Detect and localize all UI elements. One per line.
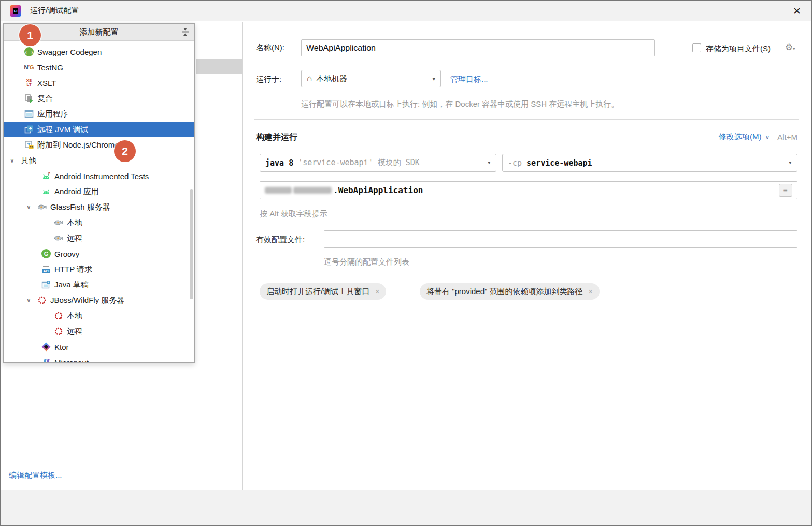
config-type-label: 本地	[67, 218, 82, 228]
config-type-label: Micronaut	[54, 358, 89, 363]
redacted-package-segment	[293, 187, 332, 194]
redacted-package-segment	[265, 187, 292, 194]
run-target-description: 运行配置可以在本地或目标上执行: 例如，在 Docker 容器中或使用 SSH …	[301, 99, 705, 109]
xslt-icon: XSLT	[24, 78, 34, 87]
run-on-label: 运行于:	[256, 75, 281, 84]
chevron-down-icon[interactable]: ∨	[26, 297, 33, 304]
svg-text:JS: JS	[30, 145, 33, 149]
jboss-wildfly-icon	[37, 296, 47, 305]
active-profiles-label: 有效配置文件:	[256, 235, 305, 245]
config-type-android-app[interactable]: Android 应用	[4, 184, 194, 199]
http-request-icon: API	[41, 265, 51, 274]
modify-options-control: 修改选项(M) ∨ Alt+M	[719, 132, 797, 142]
config-group-glassfish-server[interactable]: ∨ GlassFish 服务器	[4, 199, 194, 215]
compound-icon	[24, 94, 34, 103]
name-label: 名称(N):	[256, 43, 284, 53]
config-type-http-request[interactable]: API HTTP 请求	[4, 261, 194, 277]
remote-jvm-debug-icon	[24, 125, 34, 134]
chevron-down-icon: ▾	[487, 159, 491, 166]
config-type-label: HTTP 请求	[54, 265, 92, 274]
attach-nodejs-chrome-icon: JS	[24, 140, 34, 150]
browse-main-class-icon[interactable]: ≡	[779, 184, 792, 197]
config-type-label: 远程	[67, 233, 82, 243]
chevron-down-icon: ∨	[765, 134, 770, 141]
config-type-xslt[interactable]: XSLT XSLT	[4, 75, 194, 91]
alt-field-hint: 按 Alt 获取字段提示	[260, 209, 327, 219]
config-type-glassfish-remote[interactable]: 远程	[4, 230, 194, 246]
tag-label: 将带有 "provided" 范围的依赖项添加到类路径	[426, 287, 583, 297]
java-scratch-icon	[41, 280, 51, 289]
config-type-compound[interactable]: 复合	[4, 91, 194, 106]
sdk-description: 'service-webapi' 模块的 SDK	[298, 158, 420, 168]
remove-tag-icon[interactable]: ×	[589, 287, 593, 296]
config-type-remote-jvm-debug[interactable]: 远程 JVM 调试	[4, 122, 194, 137]
android-instrumented-tests-icon	[41, 171, 51, 181]
config-type-label: Groovy	[54, 250, 79, 258]
manage-targets-link[interactable]: 管理目标...	[450, 75, 488, 84]
config-type-jboss-local[interactable]: 本地	[4, 308, 194, 324]
config-type-label: TestNG	[37, 63, 63, 72]
cp-flag: -cp	[508, 158, 522, 168]
config-group-label: GlassFish 服务器	[50, 202, 110, 212]
chevron-down-icon[interactable]: ∨	[26, 203, 33, 211]
title-bar: IJ 运行/调试配置 ✕	[1, 1, 812, 21]
config-type-java-scratch[interactable]: Java 草稿	[4, 277, 194, 293]
config-type-jboss-remote[interactable]: 远程	[4, 324, 194, 339]
popup-scrollbar[interactable]	[190, 189, 193, 299]
store-as-project-file-checkbox[interactable]	[692, 43, 701, 52]
chevron-down-icon: ▾	[788, 159, 792, 166]
config-type-android-instrumented-tests[interactable]: Android Instrumented Tests	[4, 168, 194, 184]
config-group-jboss-wildfly-server[interactable]: ∨ JBoss/WildFly 服务器	[4, 293, 194, 308]
android-app-icon	[41, 187, 51, 196]
edit-configuration-templates-link[interactable]: 编辑配置模板...	[9, 471, 62, 480]
swagger-codegen-icon: {…}	[24, 47, 34, 56]
chevron-down-icon: ▾	[432, 76, 435, 82]
add-new-configuration-popup: 添加新配置 {…} Swagger Codegen NtG TestNG XSL…	[3, 23, 195, 363]
config-type-label: Ktor	[54, 343, 69, 352]
background-tree-selected-row	[196, 59, 242, 74]
annotation-step-2-badge: 2	[114, 140, 136, 162]
close-icon[interactable]: ✕	[788, 4, 806, 18]
config-type-label: Swagger Codegen	[37, 48, 102, 56]
jre-sdk-select[interactable]: java 8 'service-webapi' 模块的 SDK ▾	[260, 154, 496, 172]
run-target-select[interactable]: ⌂ 本地机器 ▾	[301, 70, 441, 87]
name-input[interactable]	[301, 39, 655, 56]
modify-options-link[interactable]: 修改选项(M)	[719, 132, 762, 142]
chevron-down-icon[interactable]: ∨	[10, 157, 16, 164]
config-type-label: Android Instrumented Tests	[54, 172, 149, 181]
run-debug-configurations-dialog: IJ 运行/调试配置 ✕ + az 编辑配置模板... 添加新配置 {…}	[0, 0, 812, 526]
collapse-all-icon[interactable]	[181, 28, 189, 37]
intellij-logo-icon: IJ	[10, 5, 21, 17]
run-target-value: 本地机器	[316, 74, 347, 84]
config-type-glassfish-local[interactable]: 本地	[4, 215, 194, 230]
cp-module-value: service-webapi	[526, 158, 592, 168]
config-type-attach-nodejs-chrome[interactable]: JS 附加到 Node.js/Chrome	[4, 137, 194, 153]
config-type-label: 附加到 Node.js/Chrome	[37, 140, 119, 150]
ktor-icon	[41, 342, 51, 352]
build-and-run-heading: 构建并运行	[256, 132, 297, 143]
config-type-application[interactable]: 应用程序	[4, 106, 194, 122]
glassfish-icon	[37, 202, 47, 212]
remove-tag-icon[interactable]: ×	[375, 287, 379, 296]
classpath-module-select[interactable]: -cp service-webapi ▾	[502, 154, 797, 172]
gear-icon[interactable]: ⚙▾	[785, 42, 795, 53]
config-type-swagger-codegen[interactable]: {…} Swagger Codegen	[4, 44, 194, 60]
config-type-ktor[interactable]: Ktor	[4, 339, 194, 355]
config-type-label: XSLT	[37, 79, 56, 87]
testng-icon: NtG	[24, 63, 34, 72]
config-type-micronaut[interactable]: Micronaut	[4, 355, 194, 363]
active-profiles-input[interactable]	[324, 230, 797, 248]
config-type-label: 远程 JVM 调试	[37, 125, 88, 135]
application-icon	[24, 109, 34, 119]
profiles-hint: 逗号分隔的配置文件列表	[324, 257, 409, 267]
main-class-suffix: .WebApiApplication	[333, 185, 423, 195]
glassfish-icon	[54, 218, 63, 227]
jboss-wildfly-icon	[54, 327, 63, 336]
config-type-groovy[interactable]: G Groovy	[4, 246, 194, 261]
config-type-label: 应用程序	[37, 109, 68, 119]
config-type-testng[interactable]: NtG TestNG	[4, 60, 194, 75]
config-group-other[interactable]: ∨ 其他	[4, 153, 194, 168]
tag-label: 启动时打开运行/调试工具窗口	[266, 287, 369, 297]
main-class-input[interactable]: .WebApiApplication ≡	[260, 181, 797, 199]
jboss-wildfly-icon	[54, 311, 63, 320]
